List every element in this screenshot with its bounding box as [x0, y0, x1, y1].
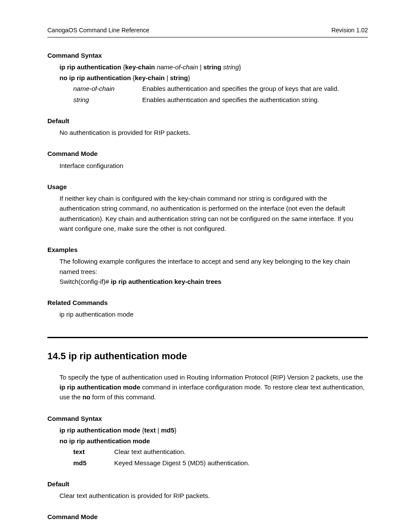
param-name: text [73, 447, 114, 457]
syntax-kw: key-chain [135, 74, 165, 81]
default-text: No authentication is provided for RIP pa… [59, 128, 368, 137]
syntax-kw: string [170, 74, 188, 81]
intro-text: form of this command. [90, 393, 156, 401]
mode-text: Interface configuration [59, 161, 368, 171]
syntax-kw: ip rip authentication [59, 63, 121, 71]
param-desc: Enables authentication and specifies the… [142, 84, 339, 93]
syntax-line-4: no ip rip authentication mode [59, 436, 368, 446]
syntax-text: { [140, 426, 144, 434]
syntax-text: { [121, 63, 125, 71]
syntax-kw: string [203, 63, 221, 71]
cmd-bold: ip rip authentication key-chain trees [111, 278, 221, 285]
param-desc: Enables authentication and specifies the… [142, 95, 319, 105]
syntax-kw: key-chain [125, 63, 155, 71]
syntax-text: | [165, 74, 170, 81]
heading-examples: Examples [47, 245, 368, 255]
heading-command-mode: Command Mode [47, 149, 368, 159]
intro-paragraph: To specify the type of authentication us… [59, 372, 368, 402]
heading-default-2: Default [47, 479, 368, 489]
param-row: name-of-chain Enables authentication and… [73, 84, 368, 93]
usage-text: If neither key chain is configured with … [59, 193, 368, 233]
syntax-kw: no ip rip authentication [59, 74, 131, 81]
page-header: CanogaOS Command Line Reference Revision… [47, 26, 368, 37]
param-name: name-of-chain [73, 84, 142, 93]
param-row: string Enables authentication and specif… [73, 95, 368, 105]
syntax-text: { [131, 74, 135, 81]
examples-intro: The following example configures the int… [59, 256, 368, 277]
syntax-text: } [188, 74, 190, 81]
default-text-2: Clear text authentication is provided fo… [59, 491, 368, 501]
related-text: ip rip authentication mode [59, 309, 368, 319]
header-right: Revision 1.02 [331, 26, 368, 35]
syntax-kw: ip rip authentication mode [59, 426, 140, 434]
syntax-line-2: no ip rip authentication {key-chain | st… [59, 73, 368, 83]
section-divider [47, 337, 368, 338]
syntax-text: | [198, 63, 203, 71]
title-text: ip rip authentication mode [68, 351, 187, 361]
cmd-prompt: Switch(config-if)# [59, 278, 111, 285]
header-left: CanogaOS Command Line Reference [47, 26, 149, 35]
param-desc: Keyed Message Digest 5 (MD5) authenticat… [114, 458, 249, 468]
heading-command-syntax: Command Syntax [47, 50, 368, 60]
param-row: text Clear text authentication. [73, 447, 368, 457]
intro-no: no [82, 393, 90, 401]
intro-cmd: ip rip authentication mode [59, 383, 140, 391]
heading-usage: Usage [47, 182, 368, 192]
syntax-param: string [221, 63, 239, 71]
section-title: 14.5 ip rip authentication mode [47, 349, 368, 364]
syntax-line-3: ip rip authentication mode {text | md5} [59, 425, 368, 435]
heading-default: Default [47, 116, 368, 126]
syntax-text: } [174, 426, 176, 434]
param-name: string [73, 95, 142, 105]
syntax-text: } [239, 63, 241, 71]
param-row: md5 Keyed Message Digest 5 (MD5) authent… [73, 458, 368, 468]
heading-related-commands: Related Commands [47, 298, 368, 308]
param-name: md5 [73, 458, 114, 468]
intro-text: To specify the type of authentication us… [59, 373, 363, 381]
syntax-param: name-of-chain [155, 63, 198, 71]
title-number: 14.5 [47, 351, 66, 361]
heading-command-mode-2: Command Mode [47, 512, 368, 522]
examples-command: Switch(config-if)# ip rip authentication… [59, 277, 368, 286]
heading-command-syntax-2: Command Syntax [47, 414, 368, 423]
syntax-text: | [156, 426, 161, 434]
param-desc: Clear text authentication. [114, 447, 186, 457]
syntax-line-1: ip rip authentication {key-chain name-of… [59, 62, 368, 72]
syntax-kw: text [144, 426, 156, 434]
syntax-kw: md5 [161, 426, 174, 434]
